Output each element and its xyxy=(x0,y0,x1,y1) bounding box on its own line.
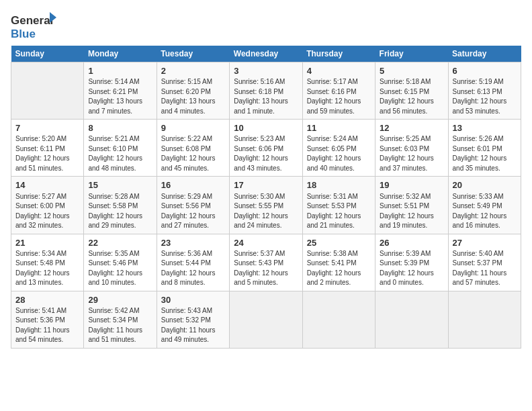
day-number: 1 xyxy=(88,65,152,77)
day-number: 11 xyxy=(307,122,371,134)
day-cell: 4Sunrise: 5:17 AM Sunset: 6:16 PM Daylig… xyxy=(302,62,375,120)
day-number: 18 xyxy=(307,179,371,191)
day-cell: 23Sunrise: 5:36 AM Sunset: 5:44 PM Dayli… xyxy=(157,234,229,291)
day-info: Sunrise: 5:21 AM Sunset: 6:10 PM Dayligh… xyxy=(88,134,152,173)
weekday-header-sunday: Sunday xyxy=(11,46,84,62)
day-cell: 14Sunrise: 5:27 AM Sunset: 6:00 PM Dayli… xyxy=(11,177,84,234)
day-cell: 19Sunrise: 5:32 AM Sunset: 5:51 PM Dayli… xyxy=(375,177,448,234)
day-number: 4 xyxy=(307,65,371,77)
day-number: 6 xyxy=(453,65,517,77)
day-cell: 1Sunrise: 5:14 AM Sunset: 6:21 PM Daylig… xyxy=(84,62,157,120)
day-info: Sunrise: 5:19 AM Sunset: 6:13 PM Dayligh… xyxy=(453,77,517,116)
day-info: Sunrise: 5:16 AM Sunset: 6:18 PM Dayligh… xyxy=(234,77,298,116)
day-info: Sunrise: 5:42 AM Sunset: 5:34 PM Dayligh… xyxy=(88,306,152,345)
day-info: Sunrise: 5:26 AM Sunset: 6:01 PM Dayligh… xyxy=(453,134,517,173)
day-info: Sunrise: 5:25 AM Sunset: 6:03 PM Dayligh… xyxy=(380,134,443,173)
weekday-header-monday: Monday xyxy=(84,46,157,62)
day-cell: 12Sunrise: 5:25 AM Sunset: 6:03 PM Dayli… xyxy=(375,120,448,177)
day-cell: 11Sunrise: 5:24 AM Sunset: 6:05 PM Dayli… xyxy=(302,120,375,177)
weekday-header-wednesday: Wednesday xyxy=(230,46,302,62)
day-info: Sunrise: 5:41 AM Sunset: 5:36 PM Dayligh… xyxy=(15,306,79,345)
day-info: Sunrise: 5:22 AM Sunset: 6:08 PM Dayligh… xyxy=(161,134,225,173)
day-number: 20 xyxy=(453,179,517,191)
day-number: 19 xyxy=(380,179,443,191)
day-number: 2 xyxy=(161,65,225,77)
weekday-header-tuesday: Tuesday xyxy=(157,46,229,62)
day-number: 28 xyxy=(15,294,79,306)
logo: GeneralBlue xyxy=(11,11,58,40)
day-info: Sunrise: 5:34 AM Sunset: 5:48 PM Dayligh… xyxy=(15,249,79,288)
day-cell: 2Sunrise: 5:15 AM Sunset: 6:20 PM Daylig… xyxy=(157,62,229,120)
weekday-header-friday: Friday xyxy=(375,46,448,62)
svg-text:General: General xyxy=(11,14,53,27)
day-number: 29 xyxy=(88,294,152,306)
day-number: 21 xyxy=(15,237,79,249)
weekday-header-saturday: Saturday xyxy=(448,46,521,62)
day-number: 12 xyxy=(380,122,443,134)
calendar-week-row: 14Sunrise: 5:27 AM Sunset: 6:00 PM Dayli… xyxy=(11,177,521,234)
day-cell: 7Sunrise: 5:20 AM Sunset: 6:11 PM Daylig… xyxy=(11,120,84,177)
day-info: Sunrise: 5:30 AM Sunset: 5:55 PM Dayligh… xyxy=(234,192,298,231)
day-info: Sunrise: 5:18 AM Sunset: 6:15 PM Dayligh… xyxy=(380,77,443,116)
calendar-week-row: 21Sunrise: 5:34 AM Sunset: 5:48 PM Dayli… xyxy=(11,234,521,291)
day-number: 9 xyxy=(161,122,225,134)
day-cell: 24Sunrise: 5:37 AM Sunset: 5:43 PM Dayli… xyxy=(230,234,302,291)
day-cell: 13Sunrise: 5:26 AM Sunset: 6:01 PM Dayli… xyxy=(448,120,521,177)
day-cell: 8Sunrise: 5:21 AM Sunset: 6:10 PM Daylig… xyxy=(84,120,157,177)
day-info: Sunrise: 5:15 AM Sunset: 6:20 PM Dayligh… xyxy=(161,77,225,116)
day-cell xyxy=(11,62,84,120)
day-number: 13 xyxy=(453,122,517,134)
day-info: Sunrise: 5:17 AM Sunset: 6:16 PM Dayligh… xyxy=(307,77,371,116)
day-cell: 22Sunrise: 5:35 AM Sunset: 5:46 PM Dayli… xyxy=(84,234,157,291)
day-number: 16 xyxy=(161,179,225,191)
calendar-week-row: 28Sunrise: 5:41 AM Sunset: 5:36 PM Dayli… xyxy=(11,291,521,348)
day-info: Sunrise: 5:14 AM Sunset: 6:21 PM Dayligh… xyxy=(88,77,152,116)
day-number: 10 xyxy=(234,122,298,134)
day-info: Sunrise: 5:39 AM Sunset: 5:39 PM Dayligh… xyxy=(380,249,443,288)
day-cell: 10Sunrise: 5:23 AM Sunset: 6:06 PM Dayli… xyxy=(230,120,302,177)
day-number: 26 xyxy=(380,237,443,249)
day-number: 14 xyxy=(15,179,79,191)
day-number: 23 xyxy=(161,237,225,249)
day-info: Sunrise: 5:28 AM Sunset: 5:58 PM Dayligh… xyxy=(88,192,152,231)
day-cell xyxy=(448,291,521,348)
day-number: 30 xyxy=(161,294,225,306)
day-info: Sunrise: 5:29 AM Sunset: 5:56 PM Dayligh… xyxy=(161,192,225,231)
day-info: Sunrise: 5:36 AM Sunset: 5:44 PM Dayligh… xyxy=(161,249,225,288)
calendar-body: 1Sunrise: 5:14 AM Sunset: 6:21 PM Daylig… xyxy=(11,62,521,349)
day-number: 17 xyxy=(234,179,298,191)
day-info: Sunrise: 5:43 AM Sunset: 5:32 PM Dayligh… xyxy=(161,306,225,345)
page-header: GeneralBlue xyxy=(11,11,521,40)
calendar-table: SundayMondayTuesdayWednesdayThursdayFrid… xyxy=(11,46,521,349)
day-info: Sunrise: 5:20 AM Sunset: 6:11 PM Dayligh… xyxy=(15,134,79,173)
day-cell: 16Sunrise: 5:29 AM Sunset: 5:56 PM Dayli… xyxy=(157,177,229,234)
day-cell: 6Sunrise: 5:19 AM Sunset: 6:13 PM Daylig… xyxy=(448,62,521,120)
day-cell: 20Sunrise: 5:33 AM Sunset: 5:49 PM Dayli… xyxy=(448,177,521,234)
day-cell: 5Sunrise: 5:18 AM Sunset: 6:15 PM Daylig… xyxy=(375,62,448,120)
day-cell: 21Sunrise: 5:34 AM Sunset: 5:48 PM Dayli… xyxy=(11,234,84,291)
day-info: Sunrise: 5:31 AM Sunset: 5:53 PM Dayligh… xyxy=(307,192,371,231)
weekday-header-thursday: Thursday xyxy=(302,46,375,62)
day-info: Sunrise: 5:40 AM Sunset: 5:37 PM Dayligh… xyxy=(453,249,517,288)
day-info: Sunrise: 5:33 AM Sunset: 5:49 PM Dayligh… xyxy=(453,192,517,231)
day-cell: 9Sunrise: 5:22 AM Sunset: 6:08 PM Daylig… xyxy=(157,120,229,177)
day-number: 15 xyxy=(88,179,152,191)
day-cell: 30Sunrise: 5:43 AM Sunset: 5:32 PM Dayli… xyxy=(157,291,229,348)
day-number: 7 xyxy=(15,122,79,134)
day-info: Sunrise: 5:23 AM Sunset: 6:06 PM Dayligh… xyxy=(234,134,298,173)
day-cell: 28Sunrise: 5:41 AM Sunset: 5:36 PM Dayli… xyxy=(11,291,84,348)
day-info: Sunrise: 5:24 AM Sunset: 6:05 PM Dayligh… xyxy=(307,134,371,173)
day-info: Sunrise: 5:27 AM Sunset: 6:00 PM Dayligh… xyxy=(15,192,79,231)
day-cell xyxy=(375,291,448,348)
day-info: Sunrise: 5:38 AM Sunset: 5:41 PM Dayligh… xyxy=(307,249,371,288)
day-info: Sunrise: 5:37 AM Sunset: 5:43 PM Dayligh… xyxy=(234,249,298,288)
day-number: 25 xyxy=(307,237,371,249)
day-cell: 25Sunrise: 5:38 AM Sunset: 5:41 PM Dayli… xyxy=(302,234,375,291)
day-cell xyxy=(230,291,302,348)
day-number: 5 xyxy=(380,65,443,77)
day-number: 24 xyxy=(234,237,298,249)
day-info: Sunrise: 5:35 AM Sunset: 5:46 PM Dayligh… xyxy=(88,249,152,288)
weekday-header-row: SundayMondayTuesdayWednesdayThursdayFrid… xyxy=(11,46,521,62)
day-number: 8 xyxy=(88,122,152,134)
day-cell: 17Sunrise: 5:30 AM Sunset: 5:55 PM Dayli… xyxy=(230,177,302,234)
